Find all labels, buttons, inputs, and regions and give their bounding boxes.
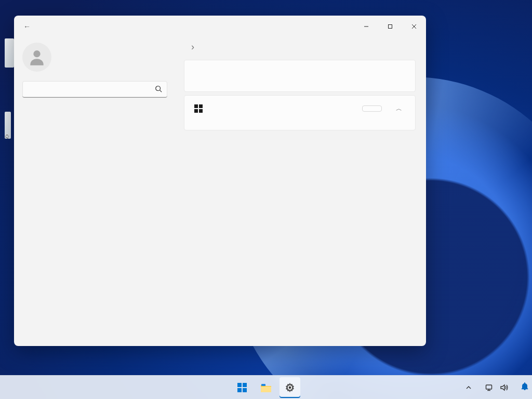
copy-button[interactable] xyxy=(362,105,382,112)
desktop: Q ← xyxy=(0,0,532,399)
sidebar xyxy=(14,37,172,346)
svg-rect-10 xyxy=(199,109,203,113)
svg-rect-8 xyxy=(199,104,203,108)
desktop-icon-hint xyxy=(5,38,14,68)
svg-point-4 xyxy=(33,50,40,57)
avatar xyxy=(22,43,51,72)
windows-spec-list xyxy=(184,122,415,130)
svg-rect-9 xyxy=(194,109,198,113)
titlebar[interactable]: ← xyxy=(14,16,426,37)
device-spec-card-partial xyxy=(184,60,416,92)
back-button[interactable]: ← xyxy=(23,22,31,31)
settings-task-button[interactable] xyxy=(280,377,300,398)
maximize-button[interactable] xyxy=(378,18,402,35)
nav-list xyxy=(18,106,172,346)
chevron-up-icon[interactable] xyxy=(464,383,473,392)
search-icon xyxy=(155,85,162,95)
breadcrumb: › xyxy=(184,37,419,60)
taskbar[interactable] xyxy=(0,375,532,399)
minimize-button[interactable] xyxy=(354,18,378,35)
start-button[interactable] xyxy=(232,377,252,398)
settings-window: ← xyxy=(14,16,426,346)
svg-rect-1 xyxy=(389,25,392,29)
svg-rect-15 xyxy=(261,387,271,392)
search-input[interactable] xyxy=(22,81,167,98)
search-container xyxy=(22,81,167,98)
notifications-icon[interactable] xyxy=(521,382,529,393)
related-links-row xyxy=(184,77,415,91)
close-button[interactable] xyxy=(402,18,426,35)
desktop-icon-caption: Q xyxy=(5,133,9,138)
volume-icon[interactable] xyxy=(500,383,508,392)
system-tray[interactable] xyxy=(464,382,529,393)
network-icon[interactable] xyxy=(485,383,494,392)
svg-line-6 xyxy=(160,90,162,92)
windows-icon xyxy=(194,104,203,113)
main-pane: › xyxy=(172,37,426,346)
svg-rect-20 xyxy=(486,385,492,389)
svg-point-5 xyxy=(156,86,161,91)
svg-rect-11 xyxy=(237,383,242,387)
chevron-up-icon[interactable]: ︿ xyxy=(390,104,408,113)
content-scroll[interactable]: ︿ xyxy=(184,60,419,346)
windows-spec-card: ︿ xyxy=(184,95,416,130)
file-explorer-button[interactable] xyxy=(256,377,276,398)
svg-point-19 xyxy=(289,386,291,389)
svg-rect-12 xyxy=(243,383,247,387)
chevron-right-icon: › xyxy=(191,42,194,52)
svg-rect-7 xyxy=(194,104,198,108)
svg-rect-14 xyxy=(243,388,247,392)
svg-rect-16 xyxy=(261,384,265,386)
svg-rect-13 xyxy=(237,388,242,392)
account-block[interactable] xyxy=(18,37,172,81)
